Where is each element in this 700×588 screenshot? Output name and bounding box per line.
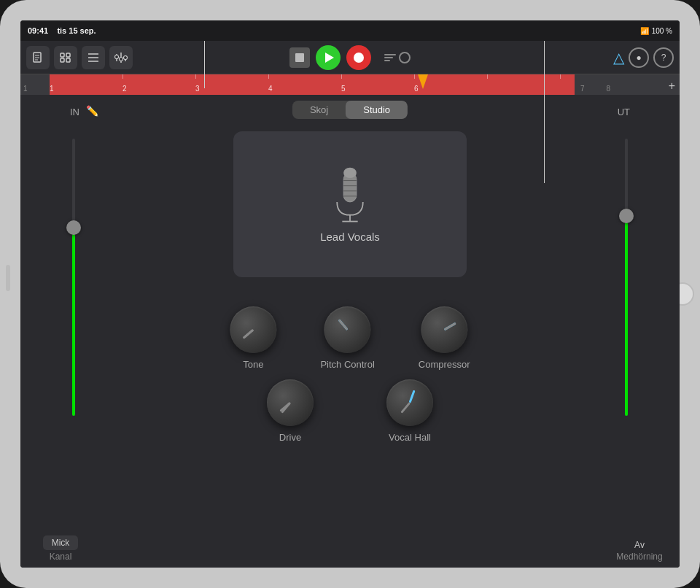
timeline[interactable]: 1 2 3 4 5 6: [50, 74, 575, 95]
tab-studio[interactable]: Studio: [346, 101, 408, 119]
document-icon: [31, 51, 44, 64]
pitch-control-knob[interactable]: [324, 306, 371, 353]
transport-controls: [289, 45, 411, 70]
help-button[interactable]: ?: [653, 47, 674, 68]
output-slider-container: [615, 131, 637, 452]
knobs-row-2: Drive Vocal Hall: [267, 379, 433, 443]
ruler-gray-right: 7 8 +: [575, 74, 680, 95]
play-icon: [325, 53, 334, 63]
record-button[interactable]: [346, 45, 371, 70]
tone-label: Tone: [243, 359, 263, 370]
channel-button[interactable]: Mick: [43, 535, 79, 550]
mic-display: Lead Vocals: [233, 131, 467, 277]
ruler-gray-left: 1: [20, 74, 50, 95]
mixer-icon: [114, 51, 128, 64]
toolbar: △ ● ?: [20, 41, 680, 74]
screen: 09:41 tis 15 sep. 📶 100 %: [20, 20, 680, 568]
stop-icon: [295, 53, 304, 62]
input-slider-track[interactable]: [72, 139, 75, 416]
channel-label-area: Mick Kanal: [20, 524, 101, 568]
svg-rect-4: [61, 53, 64, 57]
input-slider-container: [63, 131, 85, 452]
add-track-button[interactable]: +: [669, 80, 675, 93]
microphone-icon: [328, 166, 372, 225]
wifi-icon: 📶: [640, 27, 649, 35]
stop-button[interactable]: [289, 47, 310, 68]
new-document-button[interactable]: [26, 46, 50, 69]
svg-point-24: [343, 167, 357, 177]
metronome-icon[interactable]: [384, 54, 396, 61]
monitoring-area: Av Medhörning: [599, 524, 680, 568]
mixer-button[interactable]: [109, 46, 133, 69]
input-slider-fill: [72, 228, 75, 416]
in-label: IN: [70, 107, 79, 117]
metronome-area: [384, 52, 411, 63]
tracks-icon: [59, 51, 72, 64]
pencil-icon[interactable]: ✏️: [86, 105, 98, 117]
svg-rect-7: [66, 58, 70, 62]
tab-switcher: Skoj Studio: [292, 101, 408, 119]
tempo-circle[interactable]: [399, 52, 411, 63]
pitch-control-label: Pitch Control: [320, 359, 374, 370]
monitoring-label: Medhörning: [616, 552, 662, 562]
svg-rect-6: [66, 53, 70, 57]
vocal-hall-knob-container: Vocal Hall: [386, 379, 433, 443]
vocal-hall-knob[interactable]: [386, 379, 433, 426]
battery-display: 100 %: [652, 27, 672, 35]
pitch-control-knob-container: Pitch Control: [320, 306, 374, 370]
compressor-label: Compressor: [419, 359, 470, 370]
tone-knob-container: Tone: [230, 306, 276, 370]
compressor-knob-container: Compressor: [419, 306, 470, 370]
output-slider-fill: [625, 216, 628, 416]
status-indicators: 📶 100 %: [640, 27, 672, 35]
drive-label: Drive: [279, 432, 301, 443]
output-slider-track[interactable]: [625, 139, 628, 416]
compressor-knob[interactable]: [421, 306, 467, 353]
status-time: 09:41 tis 15 sep.: [28, 26, 96, 35]
tracks-view-button[interactable]: [54, 46, 77, 69]
channel-label: Kanal: [50, 552, 72, 562]
svg-point-14: [115, 55, 119, 58]
record-icon: [354, 53, 364, 63]
clock-button[interactable]: ●: [629, 47, 649, 68]
output-slider-thumb[interactable]: [619, 209, 634, 223]
side-button[interactable]: [6, 265, 10, 291]
tab-skoj[interactable]: Skoj: [292, 101, 346, 119]
playhead[interactable]: [418, 74, 428, 89]
svg-rect-5: [61, 58, 64, 62]
knobs-row-1: Tone Pitch Control Compressor: [230, 306, 470, 370]
input-slider-thumb[interactable]: [66, 220, 81, 235]
play-button[interactable]: [316, 45, 341, 70]
drive-knob[interactable]: [267, 379, 314, 426]
status-bar: 09:41 tis 15 sep. 📶 100 %: [20, 20, 680, 41]
main-content: IN ✏️ UT Skoj Studio: [20, 95, 680, 568]
mic-label: Lead Vocals: [320, 231, 380, 243]
vocal-hall-label: Vocal Hall: [389, 432, 431, 443]
svg-point-16: [124, 55, 128, 59]
monitoring-value: Av: [634, 540, 645, 550]
list-icon: [87, 53, 100, 63]
time-display: 09:41: [28, 26, 48, 35]
drive-knob-container: Drive: [267, 379, 314, 443]
toolbar-right: △ ● ?: [613, 47, 674, 68]
svg-point-15: [120, 57, 123, 61]
out-label: UT: [618, 107, 630, 117]
date-display: tis 15 sep.: [57, 26, 96, 35]
list-view-button[interactable]: [82, 46, 105, 69]
ipad-frame: 09:41 tis 15 sep. 📶 100 %: [0, 0, 700, 588]
tone-knob[interactable]: [230, 306, 276, 353]
tuner-icon[interactable]: △: [613, 49, 624, 66]
